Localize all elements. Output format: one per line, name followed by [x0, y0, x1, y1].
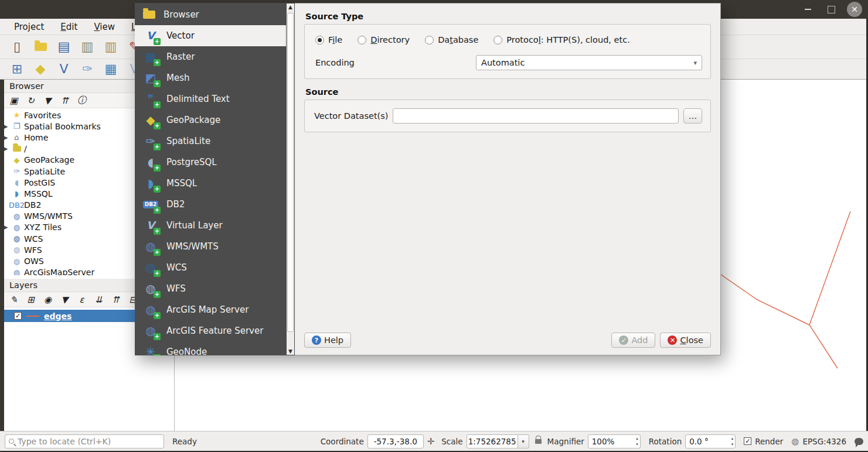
layer-visibility-checkbox[interactable]: [14, 312, 22, 320]
open-project-icon[interactable]: [32, 38, 49, 56]
coordinate-box[interactable]: -57.3,-38.0: [367, 434, 424, 448]
menu-view[interactable]: View: [87, 20, 122, 34]
crs-globe-icon[interactable]: ◍: [791, 436, 799, 447]
collapse-all-layers-icon[interactable]: ⇈: [110, 294, 121, 305]
radio-directory[interactable]: Directory: [358, 35, 410, 44]
new-geopackage-layer-icon[interactable]: ◆: [32, 60, 49, 78]
dialog-tab-arcgis-feature-server[interactable]: ◍ ArcGIS Feature Server: [135, 320, 286, 341]
radio-circle[interactable]: [315, 36, 324, 44]
dialog-tab-geopackage[interactable]: ◆ GeoPackage: [135, 109, 286, 131]
new-spatialite-layer-icon[interactable]: ✑: [79, 60, 96, 78]
postgis-icon: ◖: [12, 178, 22, 187]
scrollbar-thumb[interactable]: [287, 13, 294, 332]
dialog-tab-arcgis-map-server[interactable]: ◍ ArcGIS Map Server: [135, 299, 286, 320]
raster-icon: ▦: [143, 50, 158, 64]
add-selected-layers-icon[interactable]: ▣: [8, 95, 19, 106]
minimize-button[interactable]: [800, 2, 815, 17]
wfs-icon: ◍: [143, 282, 158, 296]
arcgis-map-server-icon: ◍: [12, 268, 22, 275]
expression-filter-icon[interactable]: ε: [76, 294, 87, 305]
help-button[interactable]: ?Help: [304, 333, 351, 348]
dialog-tab-virtual-layer[interactable]: V Virtual Layer: [135, 215, 286, 236]
epsg-status[interactable]: EPSG:4326: [802, 437, 846, 446]
new-project-icon[interactable]: ▯: [8, 38, 26, 56]
dialog-sidebar-item-label: Raster: [166, 52, 195, 62]
mssql-icon: ◗: [143, 176, 158, 190]
open-data-source-manager-icon[interactable]: ⊞: [8, 60, 26, 78]
dialog-tab-mssql[interactable]: ◗ MSSQL: [135, 173, 286, 194]
geopackage-icon: ◆: [12, 156, 22, 165]
radio-protocol[interactable]: Protocol: HTTP(S), cloud, etc.: [493, 35, 629, 44]
encoding-combobox[interactable]: Automatic: [476, 55, 702, 70]
encoding-label: Encoding: [313, 58, 476, 67]
tree-item-label: SpatiaLite: [24, 167, 65, 176]
close-button[interactable]: ✕Close: [660, 333, 711, 348]
mssql-icon: ◗: [12, 189, 22, 198]
scale-combobox[interactable]: 1:75262785: [467, 434, 518, 448]
menu-edit[interactable]: Edit: [53, 20, 84, 34]
new-print-layout-icon[interactable]: ▥: [79, 38, 96, 56]
filter-legend-icon[interactable]: ▼: [59, 294, 70, 305]
dialog-tab-geonode[interactable]: ✳ GeoNode: [135, 341, 286, 355]
locator-input[interactable]: [18, 437, 160, 446]
dialog-tab-delimited-text[interactable]: ❞ Delimited Text: [135, 88, 286, 109]
dialog-sidebar-item-label: ArcGIS Map Server: [166, 304, 249, 315]
dialog-sidebar-item-label: Virtual Layer: [166, 220, 223, 231]
vector-dataset-input[interactable]: [393, 108, 679, 124]
virtual-layer-icon: V: [143, 218, 158, 232]
new-shapefile-layer-icon[interactable]: V: [55, 60, 73, 78]
open-layer-styling-icon[interactable]: ✎: [8, 294, 19, 305]
collapse-all-icon[interactable]: ⇈: [59, 95, 70, 106]
rotation-spinbox[interactable]: 0.0 °: [685, 434, 736, 448]
magnifier-spinbox[interactable]: 100%: [588, 434, 641, 448]
dialog-tab-vector[interactable]: V Vector: [135, 25, 286, 46]
manage-map-themes-icon[interactable]: ◉: [42, 294, 53, 305]
wcs-icon: ◍: [143, 261, 158, 275]
dialog-tab-wcs[interactable]: ◍ WCS: [135, 257, 286, 278]
dialog-tab-db2[interactable]: DB2 DB2: [135, 194, 286, 215]
locator-box[interactable]: [5, 434, 164, 448]
dialog-tab-wfs[interactable]: ◍ WFS: [135, 278, 286, 299]
browser-folder-icon: [143, 11, 155, 19]
expand-all-icon[interactable]: ⇊: [93, 294, 104, 305]
dialog-tab-raster[interactable]: ▦ Raster: [135, 46, 286, 67]
scroll-up-icon[interactable]: ▲: [287, 4, 294, 11]
render-label: Render: [755, 437, 783, 446]
menu-project[interactable]: Project: [7, 20, 51, 34]
dialog-tab-wms-wmts[interactable]: ◍ WMS/WMTS: [135, 236, 286, 257]
dialog-footer: ?Help ✓Add ✕Close: [304, 333, 711, 348]
enable-properties-widget-icon[interactable]: ⓘ: [76, 95, 87, 106]
db2-icon: DB2: [143, 197, 158, 211]
browse-button[interactable]: …: [683, 108, 702, 124]
dialog-tab-mesh[interactable]: ◩ Mesh: [135, 67, 286, 88]
source-group: Vector Dataset(s) …: [304, 100, 711, 132]
render-checkbox[interactable]: [744, 437, 751, 445]
radio-database[interactable]: Database: [425, 35, 478, 44]
refresh-icon[interactable]: ↻: [25, 95, 36, 106]
extents-tracking-icon[interactable]: ✛: [427, 436, 435, 447]
scroll-down-icon[interactable]: ▼: [287, 348, 294, 355]
messages-icon[interactable]: [855, 438, 863, 445]
add-group-icon[interactable]: ⊞: [25, 294, 36, 305]
radio-file[interactable]: File: [315, 35, 342, 44]
filter-browser-icon[interactable]: ▼: [42, 95, 53, 106]
radio-circle[interactable]: [425, 36, 434, 44]
radio-circle[interactable]: [493, 36, 502, 44]
scale-dropdown-icon[interactable]: ▾: [518, 434, 529, 448]
dialog-tab-browser[interactable]: Browser: [135, 4, 286, 25]
layer-line-symbol: [26, 316, 39, 317]
dialog-sidebar: Browser V Vector ▦ Raster ◩ Mesh: [135, 3, 286, 355]
dialog-sidebar-item-label: PostgreSQL: [166, 157, 217, 167]
lock-scale-icon[interactable]: [535, 439, 542, 444]
new-temporary-scratch-layer-icon[interactable]: ▦: [102, 60, 120, 78]
show-layout-manager-icon[interactable]: ▥: [102, 38, 120, 56]
dialog-sidebar-scrollbar[interactable]: ▲ ▼: [286, 3, 295, 355]
arcgis-feature-server-icon: ◍: [143, 324, 158, 338]
dialog-tab-spatialite[interactable]: ✑ SpatiaLite: [135, 131, 286, 152]
save-project-icon[interactable]: ▤: [55, 38, 73, 56]
maximize-button[interactable]: [823, 2, 839, 17]
mesh-icon: ◩: [143, 71, 158, 85]
radio-circle[interactable]: [358, 36, 366, 44]
dialog-tab-postgresql[interactable]: ◖ PostgreSQL: [135, 152, 286, 173]
window-close-button[interactable]: ✕: [847, 2, 862, 17]
